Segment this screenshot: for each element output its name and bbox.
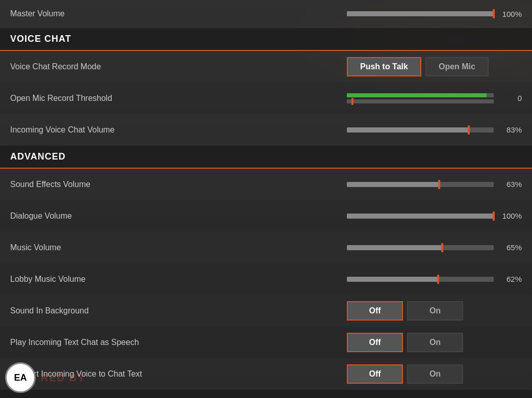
- incoming-voice-volume-fill: [347, 127, 469, 132]
- incoming-voice-volume-container: 83%: [347, 125, 522, 134]
- play-incoming-text-toggle: Off On: [347, 333, 463, 352]
- dialogue-volume-container: 100%: [347, 211, 522, 220]
- music-volume-track[interactable]: [347, 245, 494, 250]
- sound-in-background-off-button[interactable]: Off: [347, 301, 403, 321]
- master-volume-slider-container: 100%: [347, 10, 522, 18]
- voice-chat-section-header: VOICE CHAT: [0, 28, 532, 51]
- threshold-green-track[interactable]: [347, 93, 494, 97]
- voice-chat-record-mode-row: Voice Chat Record Mode Push to Talk Open…: [0, 51, 532, 83]
- lobby-music-volume-container: 62%: [347, 275, 522, 283]
- dialogue-volume-fill: [347, 214, 494, 219]
- push-to-talk-button[interactable]: Push to Talk: [347, 57, 421, 76]
- dialogue-volume-value: 100%: [499, 211, 522, 220]
- dialogue-volume-track[interactable]: [347, 214, 494, 219]
- ea-logo: EA: [5, 362, 36, 393]
- sound-in-background-toggle: Off On: [347, 301, 463, 321]
- settings-panel: Master Volume 100% VOICE CHAT Voice Chat…: [0, 0, 532, 398]
- incoming-voice-volume-row: Incoming Voice Chat Volume 83%: [0, 114, 532, 146]
- incoming-voice-volume-thumb: [468, 125, 470, 135]
- convert-incoming-voice-row: Convert Incoming Voice to Chat Text Off …: [0, 358, 532, 390]
- music-volume-thumb: [441, 243, 443, 252]
- dialogue-volume-label: Dialogue Volume: [10, 211, 347, 221]
- convert-incoming-voice-toggle: Off On: [347, 364, 463, 384]
- incoming-voice-volume-track[interactable]: [347, 127, 494, 132]
- incoming-voice-volume-value: 83%: [499, 125, 522, 134]
- dialogue-volume-row: Dialogue Volume 100%: [0, 200, 532, 232]
- advanced-section-label: ADVANCED: [10, 151, 66, 162]
- play-incoming-text-on-button[interactable]: On: [407, 333, 463, 352]
- open-mic-button[interactable]: Open Mic: [425, 57, 489, 76]
- lobby-music-volume-row: Lobby Music Volume 62%: [0, 263, 532, 295]
- music-volume-fill: [347, 245, 442, 250]
- incoming-voice-volume-label: Incoming Voice Chat Volume: [10, 125, 347, 135]
- lobby-music-volume-label: Lobby Music Volume: [10, 275, 347, 284]
- open-mic-threshold-row: Open Mic Record Threshold 0: [0, 83, 532, 114]
- music-volume-label: Music Volume: [10, 243, 347, 252]
- voice-chat-record-mode-toggle: Push to Talk Open Mic: [347, 57, 489, 76]
- music-volume-container: 65%: [347, 243, 522, 252]
- play-incoming-text-row: Play Incoming Text Chat as Speech Off On: [0, 327, 532, 358]
- master-volume-label: Master Volume: [10, 9, 347, 18]
- lobby-music-volume-value: 62%: [499, 275, 522, 283]
- sound-effects-volume-thumb: [438, 180, 440, 189]
- sound-in-background-label: Sound In Background: [10, 306, 347, 315]
- sound-effects-volume-row: Sound Effects Volume 63%: [0, 169, 532, 200]
- sound-effects-volume-container: 63%: [347, 180, 522, 189]
- sound-effects-volume-label: Sound Effects Volume: [10, 180, 347, 189]
- convert-incoming-voice-label: Convert Incoming Voice to Chat Text: [10, 369, 347, 379]
- open-mic-threshold-value: 0: [499, 94, 522, 102]
- lobby-music-volume-track[interactable]: [347, 277, 494, 282]
- sound-effects-volume-fill: [347, 182, 439, 187]
- open-mic-threshold-label: Open Mic Record Threshold: [10, 94, 347, 103]
- voice-chat-section-label: VOICE CHAT: [10, 34, 71, 44]
- lobby-music-volume-thumb: [437, 275, 439, 284]
- master-volume-thumb: [493, 9, 495, 18]
- master-volume-track[interactable]: [347, 11, 494, 16]
- master-volume-value: 100%: [499, 10, 522, 18]
- threshold-green-fill: [347, 93, 487, 97]
- master-volume-fill: [347, 11, 494, 16]
- threshold-red-marker: [351, 98, 353, 105]
- sound-in-background-row: Sound In Background Off On: [0, 295, 532, 327]
- convert-incoming-voice-off-button[interactable]: Off: [347, 364, 403, 384]
- play-incoming-text-label: Play Incoming Text Chat as Speech: [10, 338, 347, 347]
- master-volume-row: Master Volume 100%: [0, 0, 532, 28]
- dialogue-volume-thumb: [493, 211, 495, 221]
- threshold-red-track[interactable]: [347, 99, 494, 103]
- convert-incoming-voice-on-button[interactable]: On: [407, 364, 463, 384]
- sound-effects-volume-value: 63%: [499, 180, 522, 189]
- lobby-music-volume-fill: [347, 277, 438, 282]
- advanced-section-header: ADVANCED: [0, 146, 532, 169]
- voice-chat-record-mode-label: Voice Chat Record Mode: [10, 62, 347, 71]
- open-mic-threshold-container: 0: [347, 93, 522, 103]
- music-volume-value: 65%: [499, 243, 522, 252]
- music-volume-row: Music Volume 65%: [0, 232, 532, 263]
- sound-in-background-on-button[interactable]: On: [407, 301, 463, 321]
- sound-effects-volume-track[interactable]: [347, 182, 494, 187]
- play-incoming-text-off-button[interactable]: Off: [347, 333, 403, 352]
